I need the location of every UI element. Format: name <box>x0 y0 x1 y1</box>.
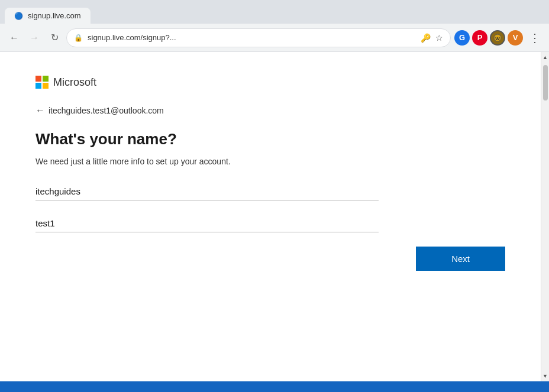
extension-pinterest[interactable]: P <box>472 30 487 46</box>
w-icon: W <box>493 34 502 42</box>
microsoft-logo: Microsoft <box>35 76 505 89</box>
menu-button[interactable]: ⋮ <box>527 31 543 45</box>
active-tab[interactable]: 🔵 signup.live.com <box>5 8 91 24</box>
tab-bar: 🔵 signup.live.com <box>0 0 549 24</box>
forward-icon: → <box>30 33 39 43</box>
svg-text:W: W <box>495 35 500 41</box>
lock-icon: 🔒 <box>74 34 83 42</box>
microsoft-squares <box>35 76 49 89</box>
browser-chrome: 🔵 signup.live.com ← → ↻ 🔒 signup.live.co… <box>0 0 549 52</box>
first-name-input[interactable] <box>35 183 379 200</box>
back-icon: ← <box>9 33 19 43</box>
square-green <box>43 76 49 82</box>
form-subtitle: We need just a little more info to set u… <box>35 157 505 166</box>
scroll-thumb[interactable] <box>543 65 548 101</box>
reload-icon: ↻ <box>51 32 59 43</box>
last-name-group <box>35 215 379 232</box>
profile-avatar[interactable]: V <box>508 30 523 46</box>
taskbar-strip <box>0 381 549 392</box>
toolbar: ← → ↻ 🔒 signup.live.com/signup?... 🔑 ☆ G… <box>0 24 549 52</box>
extension-grammarly[interactable]: G <box>454 30 470 46</box>
scrollbar[interactable]: ▲ ▼ <box>541 52 549 381</box>
tab-title: signup.live.com <box>28 11 81 20</box>
content-area: Microsoft ← itechguides.test1@outlook.co… <box>0 52 549 381</box>
tab-favicon: 🔵 <box>14 12 23 20</box>
first-name-group <box>35 183 379 200</box>
forward-button[interactable]: → <box>26 30 43 46</box>
last-name-input[interactable] <box>35 215 379 232</box>
address-bar[interactable]: 🔒 signup.live.com/signup?... 🔑 ☆ <box>66 28 451 47</box>
scroll-down-arrow[interactable]: ▼ <box>541 371 550 381</box>
key-icon: 🔑 <box>421 33 431 43</box>
url-text: signup.live.com/signup?... <box>88 33 416 42</box>
next-button[interactable]: Next <box>416 247 505 271</box>
back-email-icon: ← <box>35 105 45 116</box>
back-button[interactable]: ← <box>6 30 22 46</box>
reload-button[interactable]: ↻ <box>46 30 63 46</box>
microsoft-name: Microsoft <box>53 76 96 89</box>
extensions-area: G P W V <box>454 30 523 46</box>
back-email-text: itechguides.test1@outlook.com <box>49 106 164 115</box>
form-heading: What's your name? <box>35 130 505 148</box>
extension-w[interactable]: W <box>490 30 505 46</box>
back-email-link[interactable]: ← itechguides.test1@outlook.com <box>35 105 505 116</box>
star-icon[interactable]: ☆ <box>435 33 443 43</box>
square-blue <box>35 83 41 89</box>
square-red <box>35 76 41 82</box>
webpage: Microsoft ← itechguides.test1@outlook.co… <box>0 52 541 381</box>
scroll-up-arrow[interactable]: ▲ <box>541 52 550 63</box>
square-yellow <box>43 83 49 89</box>
